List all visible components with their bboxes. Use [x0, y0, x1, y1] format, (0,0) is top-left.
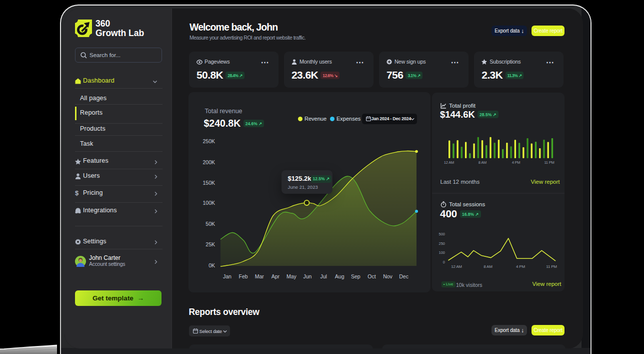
svg-text:200K: 200K: [202, 159, 215, 165]
svg-text:11 PM: 11 PM: [546, 264, 557, 269]
svg-text:Jun: Jun: [304, 273, 312, 279]
svg-text:Feb: Feb: [239, 273, 248, 279]
svg-text:Nov: Nov: [383, 273, 392, 279]
svg-text:11 PM: 11 PM: [544, 160, 554, 164]
svg-text:150K: 150K: [202, 180, 215, 186]
svg-text:0K: 0K: [208, 262, 215, 268]
svg-text:12 AM: 12 AM: [451, 264, 462, 269]
svg-text:100: 100: [438, 250, 445, 255]
svg-text:100K: 100K: [202, 200, 215, 206]
svg-text:Apr: Apr: [272, 273, 280, 279]
svg-text:500: 500: [438, 232, 445, 236]
svg-text:Mar: Mar: [255, 273, 264, 279]
svg-text:250: 250: [438, 241, 445, 245]
svg-text:Dec: Dec: [399, 273, 408, 279]
svg-text:4 PM: 4 PM: [516, 264, 525, 269]
svg-text:12 AM: 12 AM: [444, 160, 454, 164]
svg-text:Jan: Jan: [223, 273, 232, 279]
svg-text:Oct: Oct: [368, 273, 376, 279]
svg-text:Aug: Aug: [335, 273, 344, 279]
svg-text:8 AM: 8 AM: [484, 264, 492, 269]
svg-text:8 AM: 8 AM: [478, 160, 486, 164]
svg-text:4 PM: 4 PM: [512, 160, 520, 164]
svg-text:May: May: [286, 273, 297, 279]
svg-text:0: 0: [443, 259, 445, 264]
svg-text:250K: 250K: [202, 138, 215, 144]
svg-text:Sep: Sep: [351, 273, 360, 279]
svg-text:50K: 50K: [206, 220, 215, 226]
svg-text:Jul: Jul: [320, 273, 326, 279]
svg-text:25K: 25K: [206, 241, 215, 247]
